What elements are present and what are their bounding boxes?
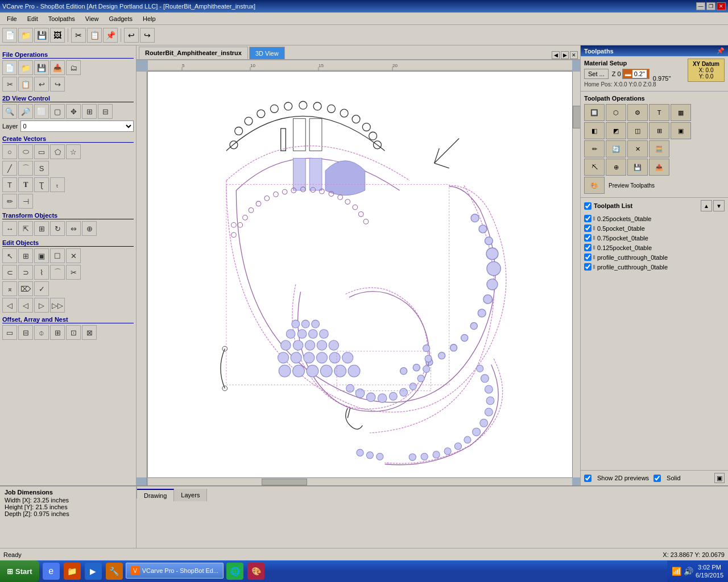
scale-tool[interactable]: ⇱: [18, 221, 33, 236]
zoom-in-tool[interactable]: 🔍: [2, 104, 17, 119]
import-tool[interactable]: 📥: [50, 60, 65, 75]
toolpath-list-checkbox[interactable]: [584, 202, 592, 210]
solid-checkbox[interactable]: [653, 475, 661, 482]
close-button[interactable]: ✕: [717, 2, 726, 10]
mirror-tool[interactable]: ⇔: [66, 221, 81, 236]
panel-pin-icon[interactable]: 📌: [717, 47, 725, 55]
zoom-select-tool[interactable]: ▢: [50, 104, 65, 119]
layer-select[interactable]: 0: [20, 120, 134, 132]
line-tool[interactable]: ╱: [2, 161, 17, 176]
minimize-button[interactable]: —: [696, 2, 705, 10]
break-tool[interactable]: ⊃: [18, 265, 33, 280]
text-warp-tool[interactable]: ₜ: [50, 177, 65, 192]
copy-tool[interactable]: 📋: [18, 77, 33, 92]
grid-tool[interactable]: ⊞: [50, 325, 65, 340]
dimension-tool[interactable]: ⊣: [18, 194, 33, 209]
taskbar-icon-app3[interactable]: 🎨: [247, 563, 264, 580]
expand-button[interactable]: ▣: [714, 473, 725, 483]
tp-list-item-3[interactable]: Ⅱ 0.125pocket_0table: [584, 243, 725, 252]
new-file-button[interactable]: 📄: [2, 28, 17, 43]
taskbar-icon-media[interactable]: ▶: [85, 563, 102, 580]
open-tool[interactable]: 📁: [18, 60, 33, 75]
drawing-canvas[interactable]: [148, 72, 572, 477]
delete-tp-button[interactable]: ✕: [627, 140, 648, 157]
select-tool[interactable]: ↖: [2, 248, 17, 263]
rectangle-tool[interactable]: ▭: [34, 144, 49, 159]
paste-button[interactable]: 📌: [103, 28, 118, 43]
ellipse-tool[interactable]: ⬭: [18, 144, 33, 159]
group-tool[interactable]: ▣: [34, 248, 49, 263]
tp-checkbox-5[interactable]: [584, 263, 592, 271]
text-edit-tool[interactable]: 𝐓: [18, 177, 33, 192]
nest-tool[interactable]: ⌽: [34, 325, 49, 340]
offset-tool[interactable]: ▭: [2, 325, 17, 340]
curve-tool[interactable]: ⌒: [18, 161, 33, 176]
ungroup-tool[interactable]: ☐: [50, 248, 65, 263]
angle-tool[interactable]: ◁: [18, 298, 33, 313]
rotate-tool[interactable]: ↻: [50, 221, 65, 236]
moulding-tp-button[interactable]: ⊞: [649, 122, 669, 139]
join-tool[interactable]: ⊂: [2, 265, 17, 280]
texture-tp-button[interactable]: ▦: [671, 104, 691, 121]
show-2d-checkbox[interactable]: [584, 475, 592, 482]
menu-toolpaths[interactable]: Toolpaths: [44, 14, 80, 23]
saveall-tp-button[interactable]: 📤: [649, 159, 669, 176]
fluting-tp-button[interactable]: ▣: [671, 122, 691, 139]
new-tool[interactable]: 📄: [2, 60, 17, 75]
weld-tool[interactable]: ✂: [66, 265, 81, 280]
tp-list-item-5[interactable]: Ⅱ profile_cutthrough_0table: [584, 263, 725, 271]
redo-button[interactable]: ↪: [140, 28, 155, 43]
vertical-scrollbar[interactable]: [572, 72, 580, 477]
text-arc-tool[interactable]: Ʈ: [34, 177, 49, 192]
3d-view-tab[interactable]: 3D View: [249, 47, 285, 59]
tab-close-button[interactable]: ✕: [570, 51, 578, 59]
open-file-button[interactable]: 📁: [18, 28, 33, 43]
taskbar-vcarve-button[interactable]: V VCarve Pro - ShopBot Ed...: [126, 563, 224, 579]
text-tool[interactable]: T: [2, 177, 17, 192]
pocket-tp-button[interactable]: 🔲: [584, 104, 605, 121]
drill-tp-button[interactable]: ⚙: [627, 104, 648, 121]
redo-tool[interactable]: ↪: [50, 77, 65, 92]
tp-checkbox-0[interactable]: [584, 215, 592, 222]
pen-tool[interactable]: ✏: [2, 194, 17, 209]
layers-tab[interactable]: Layers: [174, 489, 207, 501]
profile-tp-button[interactable]: ⬡: [606, 104, 626, 121]
3d-rough-tp-button[interactable]: ◩: [606, 122, 626, 139]
undo-tool[interactable]: ↩: [34, 77, 49, 92]
spline-tool[interactable]: S: [34, 161, 49, 176]
tp-checkbox-4[interactable]: [584, 253, 592, 261]
toolchange-tp-button[interactable]: ⛏: [584, 159, 605, 176]
smart-nest-tool[interactable]: ⊠: [82, 325, 97, 340]
tp-checkbox-3[interactable]: [584, 244, 592, 251]
move-down-button[interactable]: ▼: [713, 200, 725, 211]
set-button[interactable]: Set ...: [584, 69, 609, 79]
save-file-button[interactable]: 💾: [34, 28, 49, 43]
export-tool[interactable]: 🗂: [66, 60, 81, 75]
vcarve-tp-button[interactable]: T: [649, 104, 669, 121]
start-button[interactable]: ⊞ Start: [0, 560, 39, 582]
3d-finish-tp-button[interactable]: ◫: [627, 122, 648, 139]
view-snap-tool[interactable]: ⊟: [98, 104, 113, 119]
horizontal-scrollbar[interactable]: [148, 477, 572, 485]
simulate-tp-button[interactable]: 🧮: [649, 140, 669, 157]
taskbar-icon-app1[interactable]: 🔧: [106, 563, 123, 580]
toolbar-icon-4[interactable]: 🖼: [50, 28, 65, 43]
array-tool[interactable]: ⊕: [82, 221, 97, 236]
save-tool[interactable]: 💾: [34, 60, 49, 75]
menu-view[interactable]: View: [81, 14, 104, 23]
drawing-tab[interactable]: Drawing: [137, 489, 174, 501]
copy-button[interactable]: 📋: [87, 28, 102, 43]
tp-list-item-4[interactable]: Ⅱ profile_cutthrough_0table: [584, 253, 725, 261]
preview-tp-button[interactable]: 🎨: [584, 177, 605, 194]
inlay-tp-button[interactable]: ◧: [584, 122, 605, 139]
zoom-fit-tool[interactable]: ⬜: [34, 104, 49, 119]
taskbar-icon-app2[interactable]: 🌐: [226, 563, 243, 580]
move-tool[interactable]: ↔: [2, 221, 17, 236]
tab-next-button[interactable]: ▶: [561, 51, 569, 59]
tp-list-item-2[interactable]: Ⅱ 0.75pocket_0table: [584, 234, 725, 242]
undo-button[interactable]: ↩: [124, 28, 139, 43]
tp-checkbox-2[interactable]: [584, 234, 592, 242]
delete-tool[interactable]: ✕: [66, 248, 81, 263]
round-tool[interactable]: ⌒: [50, 265, 65, 280]
poly-tool[interactable]: ◁: [2, 298, 17, 313]
